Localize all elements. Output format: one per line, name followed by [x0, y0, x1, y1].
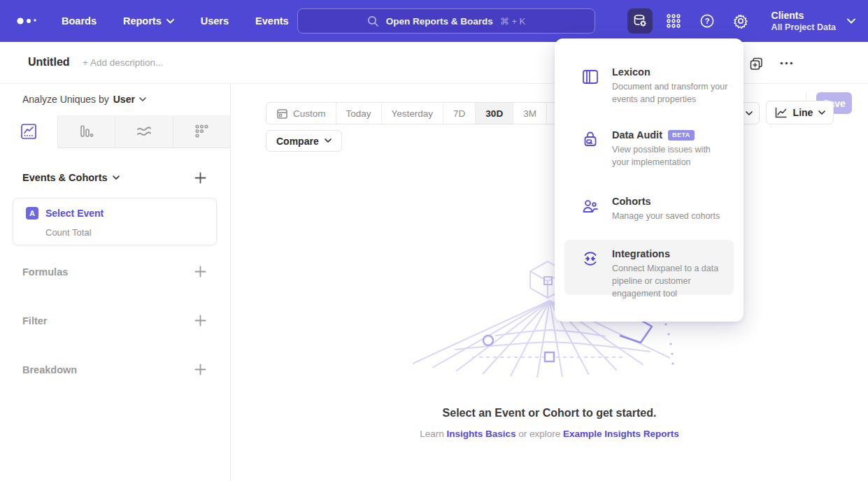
add-formula-button[interactable] — [194, 266, 206, 278]
data-audit-icon — [581, 129, 599, 168]
mixpanel-logo[interactable] — [14, 11, 45, 31]
subtitle-text: Learn — [420, 429, 444, 439]
date-range-custom[interactable]: Custom — [266, 103, 336, 124]
project-switcher[interactable]: Clients All Project Data — [771, 10, 855, 33]
insights-basics-link[interactable]: Insights Basics — [446, 429, 515, 439]
nav-item-label: Boards — [62, 15, 97, 27]
add-filter-button[interactable] — [194, 315, 206, 326]
nav-item-label: Events — [255, 15, 289, 27]
beta-badge: BETA — [668, 130, 695, 141]
data-management-button[interactable] — [627, 8, 653, 34]
tab-bar-chart[interactable] — [58, 115, 116, 148]
date-range-7d[interactable]: 7D — [443, 103, 475, 124]
menu-item-title: Lexicon — [612, 66, 650, 78]
compare-label: Compare — [276, 136, 319, 147]
event-card[interactable]: A Select Event Count Total — [13, 198, 217, 245]
menu-item-lexicon[interactable]: Lexicon Document and transform your even… — [564, 58, 734, 114]
top-navbar: Boards Reports Users Events Open Reports… — [0, 0, 868, 42]
date-range-today[interactable]: Today — [336, 103, 381, 124]
settings-button[interactable] — [728, 8, 753, 34]
date-range-label: Yesterday — [392, 108, 434, 119]
chevron-down-icon — [166, 19, 174, 24]
search-placeholder: Open Reports & Boards — [386, 16, 493, 27]
apps-grid-button[interactable] — [661, 8, 686, 34]
duplicate-report-button[interactable] — [750, 57, 763, 71]
select-event-button[interactable]: Select Event — [45, 208, 104, 219]
events-cohorts-label: Events & Cohorts — [22, 172, 108, 183]
event-count-type[interactable]: Count Total — [45, 227, 92, 238]
line-chart-tab-icon — [20, 123, 37, 140]
flow-chart-tab-icon — [135, 123, 153, 140]
subtitle-text: or explore — [518, 429, 560, 439]
date-range-3m[interactable]: 3M — [513, 103, 546, 124]
help-button[interactable]: ? — [695, 8, 720, 34]
date-range-30d[interactable]: 30D — [475, 103, 513, 124]
org-name: Clients — [771, 10, 836, 22]
filter-section-label: Filter — [22, 315, 47, 326]
query-sidebar: Analyze Uniques by User — [0, 84, 231, 481]
nav-item-users[interactable]: Users — [201, 15, 229, 27]
chevron-down-icon — [818, 110, 825, 115]
menu-item-cohorts[interactable]: Cohorts Manage your saved cohorts — [564, 187, 734, 231]
nav-item-boards[interactable]: Boards — [62, 15, 97, 27]
compare-button[interactable]: Compare — [266, 130, 342, 152]
tab-stacked-chart[interactable] — [115, 115, 173, 148]
bar-chart-tab-icon — [78, 123, 94, 140]
date-range-selector: Custom Today Yesterday 7D 30D 3M 6M — [266, 102, 581, 124]
date-range-label: 7D — [453, 108, 465, 119]
nav-item-reports[interactable]: Reports — [123, 15, 174, 27]
analyze-label: Analyze Uniques by — [22, 94, 109, 105]
report-title[interactable]: Untitled — [28, 56, 70, 69]
event-series-badge: A — [26, 207, 38, 220]
metric-tab-icon — [193, 123, 210, 140]
gear-icon — [732, 13, 749, 29]
nav-item-label: Users — [201, 15, 229, 27]
date-range-label: Today — [346, 108, 371, 119]
cohorts-people-icon — [581, 196, 599, 222]
search-icon — [367, 15, 379, 27]
chart-type-dropdown[interactable]: Line — [766, 101, 834, 124]
tab-metric-chart[interactable] — [173, 115, 231, 148]
chart-type-label: Line — [793, 107, 813, 118]
global-search-input[interactable]: Open Reports & Boards ⌘ + K — [297, 8, 595, 34]
plus-icon — [194, 315, 206, 326]
menu-item-description: View possible issues with your implement… — [612, 143, 730, 168]
nav-item-events[interactable]: Events — [255, 15, 289, 27]
menu-item-title: Integrations — [612, 248, 670, 259]
navbar-tools: ? Clients All Project Data — [627, 0, 868, 42]
svg-text:?: ? — [704, 17, 709, 25]
menu-item-title: Cohorts — [612, 196, 651, 207]
copy-plus-icon — [750, 57, 763, 71]
empty-state-title: Select an Event or Cohort to get started… — [231, 407, 868, 419]
report-description-field[interactable]: + Add description... — [83, 57, 163, 68]
menu-item-integrations[interactable]: Integrations Connect Mixpanel to a data … — [564, 240, 734, 295]
example-insights-reports-link[interactable]: Example Insights Reports — [563, 429, 679, 439]
nav-item-label: Reports — [123, 15, 162, 27]
plus-icon — [194, 172, 206, 184]
date-range-yesterday[interactable]: Yesterday — [381, 103, 443, 124]
nav-links: Boards Reports Users Events — [62, 15, 289, 27]
add-breakdown-button[interactable] — [194, 364, 206, 375]
more-options-button[interactable] — [780, 62, 793, 65]
line-chart-icon — [774, 107, 788, 119]
analyze-value-dropdown[interactable]: User — [113, 94, 135, 105]
analyze-uniques-row: Analyze Uniques by User — [22, 94, 146, 105]
menu-item-data-audit[interactable]: Data Audit BETA View possible issues wit… — [564, 121, 734, 177]
date-range-label: 3M — [523, 108, 536, 119]
lexicon-book-icon — [581, 66, 599, 106]
data-management-menu: Lexicon Document and transform your even… — [555, 38, 744, 322]
chevron-down-icon[interactable] — [139, 97, 146, 102]
menu-item-description: Connect Mixpanel to a data pipeline or c… — [612, 262, 730, 300]
add-event-button[interactable] — [194, 172, 206, 184]
breakdown-section-label: Breakdown — [22, 364, 77, 375]
help-icon: ? — [699, 13, 716, 29]
ellipsis-icon — [780, 62, 793, 65]
events-cohorts-header[interactable]: Events & Cohorts — [22, 172, 120, 183]
calendar-icon — [276, 108, 288, 120]
menu-item-title: Data Audit — [612, 129, 662, 141]
project-name: All Project Data — [771, 22, 836, 33]
date-range-label: 30D — [485, 108, 503, 119]
plus-icon — [194, 266, 206, 278]
chart-type-tabs — [0, 115, 230, 148]
tab-line-chart[interactable] — [0, 115, 58, 148]
